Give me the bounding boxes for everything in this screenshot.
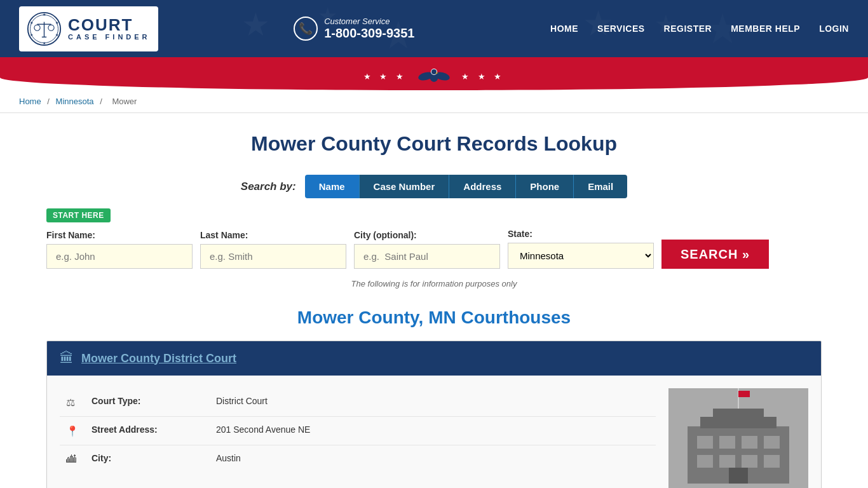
court-type-label: Court Type: <box>92 396 206 406</box>
svg-text:★: ★ <box>43 12 46 17</box>
city-detail-label: City: <box>92 453 206 463</box>
tab-address[interactable]: Address <box>449 175 516 198</box>
address-value: 201 Second Avenue NE <box>216 424 310 435</box>
courthouse-section-title: Mower County, MN Courthouses <box>46 308 822 328</box>
first-name-input[interactable] <box>46 244 193 269</box>
nav-register[interactable]: REGISTER <box>664 24 712 34</box>
courthouse-card: 🏛 Mower County District Court ⚖ Court Ty… <box>46 341 822 488</box>
svg-rect-23 <box>719 436 735 449</box>
courthouse-header: 🏛 Mower County District Court <box>47 341 821 376</box>
svg-rect-32 <box>713 409 764 419</box>
city-icon: 🏙 <box>66 454 81 465</box>
main-nav: HOME SERVICES REGISTER MEMBER HELP LOGIN <box>550 24 849 34</box>
city-label: City (optional): <box>354 230 500 240</box>
last-name-label: Last Name: <box>200 230 346 240</box>
site-header: ★ ★ ★ ★ ★ ★ ★ ★ ★ ★ ★ ★ <box>0 0 868 57</box>
start-here-badge: START HERE <box>46 208 111 222</box>
search-by-label: Search by: <box>241 180 296 193</box>
svg-rect-26 <box>697 455 713 468</box>
svg-point-17 <box>431 69 437 74</box>
search-button[interactable]: SEARCH » <box>661 240 769 269</box>
nav-home[interactable]: HOME <box>550 24 578 34</box>
page-title: Mower County Court Records Lookup <box>46 132 822 156</box>
svg-point-10 <box>34 25 40 30</box>
courthouse-image <box>668 388 808 488</box>
search-section: Search by: Name Case Number Address Phon… <box>46 175 822 288</box>
detail-row-address: 📍 Street Address: 201 Second Avenue NE <box>60 417 656 445</box>
courthouse-building-svg <box>668 388 808 488</box>
logo-court-text: COURT <box>68 17 151 33</box>
detail-row-city: 🏙 City: Austin <box>60 445 656 473</box>
svg-text:★: ★ <box>43 41 46 45</box>
cs-label: Customer Service <box>324 17 414 26</box>
city-input[interactable] <box>354 244 500 269</box>
eagle-stars-right: ★ ★ ★ <box>461 72 505 81</box>
cs-text: Customer Service 1-800-309-9351 <box>324 17 414 41</box>
svg-rect-28 <box>742 455 757 468</box>
svg-rect-24 <box>742 436 757 449</box>
first-name-group: First Name: <box>46 230 193 269</box>
eagle-icon <box>418 67 450 85</box>
search-by-row: Search by: Name Case Number Address Phon… <box>46 175 822 198</box>
tab-case-number[interactable]: Case Number <box>360 175 450 198</box>
tab-email[interactable]: Email <box>574 175 627 198</box>
breadcrumb: Home / Minnesota / Mower <box>0 90 868 113</box>
courthouse-name-link[interactable]: Mower County District Court <box>81 352 236 365</box>
courthouse-body: ⚖ Court Type: District Court 📍 Street Ad… <box>47 376 821 488</box>
customer-service: 📞 Customer Service 1-800-309-9351 <box>294 17 414 41</box>
nav-login[interactable]: LOGIN <box>819 24 849 34</box>
nav-services[interactable]: SERVICES <box>597 24 645 34</box>
courthouse-details: ⚖ Court Type: District Court 📍 Street Ad… <box>60 388 656 488</box>
breadcrumb-state[interactable]: Minnesota <box>56 97 94 106</box>
phone-icon: 📞 <box>294 17 318 41</box>
city-group: City (optional): <box>354 230 500 269</box>
svg-rect-34 <box>738 391 750 397</box>
eagle-banner: ★ ★ ★ ★ ★ ★ <box>0 65 868 90</box>
logo-box: ★ ★ ★ ★ ★ ★ COURT CASE FINDER <box>19 6 158 51</box>
cs-number: 1-800-309-9351 <box>324 26 414 41</box>
address-icon: 📍 <box>66 425 81 437</box>
detail-row-court-type: ⚖ Court Type: District Court <box>60 388 656 417</box>
breadcrumb-county: Mower <box>112 97 137 106</box>
first-name-label: First Name: <box>46 230 193 240</box>
search-form-row: First Name: Last Name: City (optional): … <box>46 229 822 269</box>
logo-text: COURT CASE FINDER <box>68 17 151 41</box>
svg-rect-27 <box>719 455 735 468</box>
svg-rect-29 <box>764 455 780 468</box>
eagle-stars-left: ★ ★ ★ <box>363 72 407 81</box>
city-detail-value: Austin <box>216 453 241 463</box>
main-content: Mower County Court Records Lookup Search… <box>21 113 847 488</box>
svg-text:★: ★ <box>55 21 58 25</box>
logo-area: ★ ★ ★ ★ ★ ★ COURT CASE FINDER <box>19 6 158 51</box>
last-name-group: Last Name: <box>200 230 346 269</box>
court-type-value: District Court <box>216 396 268 406</box>
court-type-icon: ⚖ <box>66 396 81 409</box>
tab-phone[interactable]: Phone <box>516 175 574 198</box>
info-notice: The following is for information purpose… <box>46 279 822 288</box>
logo-case-finder-text: CASE FINDER <box>68 33 151 41</box>
state-label: State: <box>508 229 654 239</box>
svg-rect-25 <box>764 436 780 449</box>
breadcrumb-sep2: / <box>100 97 102 106</box>
svg-text:★: ★ <box>55 32 58 36</box>
tab-name[interactable]: Name <box>305 175 360 198</box>
courthouse-icon: 🏛 <box>60 350 74 367</box>
logo-emblem-icon: ★ ★ ★ ★ ★ ★ <box>27 11 62 46</box>
state-select[interactable]: Minnesota AlabamaAlaskaArizonaArkansas C… <box>508 243 654 269</box>
last-name-input[interactable] <box>200 244 346 269</box>
red-bar-top <box>0 57 868 65</box>
nav-member-help[interactable]: MEMBER HELP <box>731 24 800 34</box>
address-label: Street Address: <box>92 424 206 435</box>
svg-rect-22 <box>697 436 713 449</box>
svg-point-11 <box>48 25 54 30</box>
svg-text:★: ★ <box>30 32 33 36</box>
state-group: State: Minnesota AlabamaAlaskaArizonaArk… <box>508 229 654 269</box>
svg-text:★: ★ <box>30 21 33 25</box>
breadcrumb-home[interactable]: Home <box>19 97 41 106</box>
svg-rect-30 <box>729 468 748 484</box>
breadcrumb-sep1: / <box>47 97 50 106</box>
